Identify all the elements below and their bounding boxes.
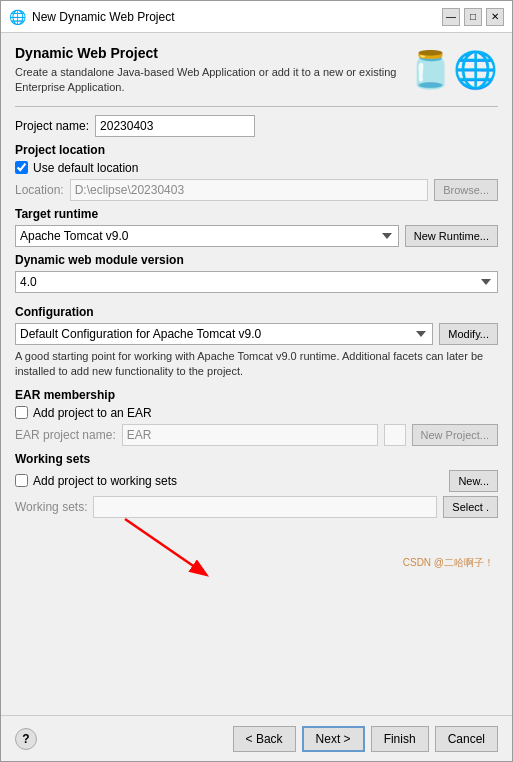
web-version-dropdown[interactable]: 4.0 <box>15 271 498 293</box>
header-text: Dynamic Web Project Create a standalone … <box>15 45 405 96</box>
configuration-label: Configuration <box>15 305 498 319</box>
location-row: Location: Browse... <box>15 179 498 201</box>
watermark: CSDN @二哈啊子！ <box>15 554 498 572</box>
maximize-button[interactable]: □ <box>464 8 482 26</box>
config-dropdown[interactable]: Default Configuration for Apache Tomcat … <box>15 323 433 345</box>
add-to-ear-label: Add project to an EAR <box>33 406 152 420</box>
new-project-button[interactable]: New Project... <box>412 424 498 446</box>
add-to-working-sets-checkbox[interactable] <box>15 474 28 487</box>
new-runtime-button[interactable]: New Runtime... <box>405 225 498 247</box>
use-default-location-checkbox[interactable] <box>15 161 28 174</box>
project-name-label: Project name: <box>15 119 89 133</box>
ear-membership-label: EAR membership <box>15 388 498 402</box>
config-row: Default Configuration for Apache Tomcat … <box>15 323 498 345</box>
window-title: New Dynamic Web Project <box>32 10 175 24</box>
project-name-row: Project name: 这里随便起个名字 <box>15 115 498 137</box>
new-working-set-button[interactable]: New... <box>449 470 498 492</box>
titlebar-controls: — □ ✕ <box>442 8 504 26</box>
ear-dropdown[interactable] <box>384 424 406 446</box>
working-sets-label: Working sets: <box>15 500 87 514</box>
arrow-section <box>15 524 498 554</box>
add-to-ear-checkbox[interactable] <box>15 406 28 419</box>
content-area: Dynamic Web Project Create a standalone … <box>1 33 512 715</box>
working-sets-section-label: Working sets <box>15 452 498 466</box>
project-name-input[interactable] <box>95 115 255 137</box>
header-icon: 🫙🌐 <box>408 49 498 91</box>
header-section: Dynamic Web Project Create a standalone … <box>15 45 498 96</box>
browse-button[interactable]: Browse... <box>434 179 498 201</box>
location-input[interactable] <box>70 179 428 201</box>
add-to-working-sets-row: Add project to working sets <box>15 474 177 488</box>
close-button[interactable]: ✕ <box>486 8 504 26</box>
back-button[interactable]: < Back <box>233 726 296 752</box>
finish-button[interactable]: Finish <box>371 726 429 752</box>
add-to-ear-row: Add project to an EAR <box>15 406 498 420</box>
runtime-dropdown[interactable]: Apache Tomcat v9.0 <box>15 225 399 247</box>
use-default-location-label: Use default location <box>33 161 138 175</box>
main-window: 🌐 New Dynamic Web Project — □ ✕ Dynamic … <box>0 0 513 762</box>
working-sets-dropdown[interactable] <box>93 496 437 518</box>
page-title: Dynamic Web Project <box>15 45 405 61</box>
cancel-button[interactable]: Cancel <box>435 726 498 752</box>
next-button[interactable]: Next > <box>302 726 365 752</box>
modify-button[interactable]: Modify... <box>439 323 498 345</box>
minimize-button[interactable]: — <box>442 8 460 26</box>
titlebar: 🌐 New Dynamic Web Project — □ ✕ <box>1 1 512 33</box>
project-name-wrapper: 这里随便起个名字 <box>95 115 498 137</box>
footer: ? < Back Next > Finish Cancel <box>1 715 512 761</box>
ear-project-name-input[interactable] <box>122 424 378 446</box>
use-default-location-row: Use default location <box>15 161 498 175</box>
titlebar-left: 🌐 New Dynamic Web Project <box>9 9 175 25</box>
page-description: Create a standalone Java-based Web Appli… <box>15 65 405 96</box>
config-description: A good starting point for working with A… <box>15 349 498 380</box>
runtime-row: Apache Tomcat v9.0 New Runtime... <box>15 225 498 247</box>
working-sets-input-row: Working sets: Select . <box>15 496 498 518</box>
ear-input-row: EAR project name: New Project... <box>15 424 498 446</box>
ear-project-name-label: EAR project name: <box>15 428 116 442</box>
web-version-label: Dynamic web module version <box>15 253 498 267</box>
add-to-working-sets-label: Add project to working sets <box>33 474 177 488</box>
separator-1 <box>15 106 498 107</box>
window-icon: 🌐 <box>9 9 26 25</box>
footer-left: ? <box>15 728 37 750</box>
location-label: Location: <box>15 183 64 197</box>
footer-right: < Back Next > Finish Cancel <box>233 726 498 752</box>
select-button[interactable]: Select . <box>443 496 498 518</box>
help-button[interactable]: ? <box>15 728 37 750</box>
target-runtime-label: Target runtime <box>15 207 498 221</box>
project-location-section-label: Project location <box>15 143 498 157</box>
